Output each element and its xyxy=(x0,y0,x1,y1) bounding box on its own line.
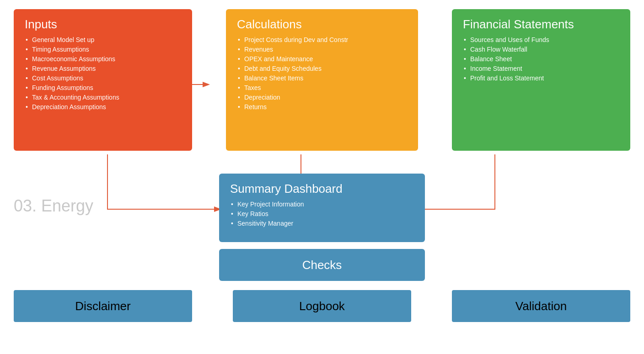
list-item: Key Project Information xyxy=(230,201,414,208)
list-item: Project Costs during Dev and Constr xyxy=(237,36,407,43)
financial-statements-list: Sources and Uses of Funds Cash Flow Wate… xyxy=(463,36,619,82)
list-item: Revenue Assumptions xyxy=(25,65,181,72)
list-item: General Model Set up xyxy=(25,36,181,43)
list-item: Cost Assumptions xyxy=(25,74,181,82)
logbook-title: Logbook xyxy=(299,299,345,313)
list-item: Profit and Loss Statement xyxy=(463,74,619,82)
list-item: Income Statement xyxy=(463,65,619,72)
list-item: Sources and Uses of Funds xyxy=(463,36,619,43)
list-item: Revenues xyxy=(237,46,407,53)
list-item: Taxes xyxy=(237,84,407,91)
summary-dashboard-list: Key Project Information Key Ratios Sensi… xyxy=(230,201,414,227)
list-item: OPEX and Maintenance xyxy=(237,55,407,63)
inputs-list: General Model Set up Timing Assumptions … xyxy=(25,36,181,111)
list-item: Balance Sheet xyxy=(463,55,619,63)
summary-dashboard-box[interactable]: Summary Dashboard Key Project Informatio… xyxy=(219,174,425,242)
main-layout: 03. Energy Inputs General Model Set up T… xyxy=(0,0,644,354)
list-item: Macroeconomic Assumptions xyxy=(25,55,181,63)
checks-title: Checks xyxy=(302,258,342,272)
top-row: Inputs General Model Set up Timing Assum… xyxy=(14,9,630,151)
list-item: Balance Sheet Items xyxy=(237,74,407,82)
financial-statements-title: Financial Statements xyxy=(463,17,619,32)
logbook-box[interactable]: Logbook xyxy=(233,290,411,322)
calculations-list: Project Costs during Dev and Constr Reve… xyxy=(237,36,407,111)
financial-statements-box[interactable]: Financial Statements Sources and Uses of… xyxy=(452,9,630,151)
list-item: Cash Flow Waterfall xyxy=(463,46,619,53)
disclaimer-box[interactable]: Disclaimer xyxy=(14,290,192,322)
middle-section: Summary Dashboard Key Project Informatio… xyxy=(14,151,630,242)
list-item: Sensitivity Manager xyxy=(230,220,414,227)
bottom-row: Disclaimer Logbook Validation xyxy=(14,290,630,322)
list-item: Funding Assumptions xyxy=(25,84,181,91)
calculations-box[interactable]: Calculations Project Costs during Dev an… xyxy=(226,9,418,151)
validation-title: Validation xyxy=(515,299,567,313)
calculations-title: Calculations xyxy=(237,17,407,32)
summary-dashboard-title: Summary Dashboard xyxy=(230,182,414,196)
validation-box[interactable]: Validation xyxy=(452,290,630,322)
list-item: Tax & Accounting Assumptions xyxy=(25,94,181,101)
page-container: 03. Energy Inputs General Model Set up T… xyxy=(0,0,644,354)
disclaimer-title: Disclaimer xyxy=(75,299,130,313)
list-item: Timing Assumptions xyxy=(25,46,181,53)
list-item: Key Ratios xyxy=(230,210,414,217)
inputs-title: Inputs xyxy=(25,17,181,32)
inputs-box[interactable]: Inputs General Model Set up Timing Assum… xyxy=(14,9,192,151)
list-item: Depreciation Assumptions xyxy=(25,103,181,111)
list-item: Returns xyxy=(237,103,407,111)
list-item: Depreciation xyxy=(237,94,407,101)
list-item: Debt and Equity Schedules xyxy=(237,65,407,72)
checks-section: Checks xyxy=(14,249,630,281)
checks-box[interactable]: Checks xyxy=(219,249,425,281)
